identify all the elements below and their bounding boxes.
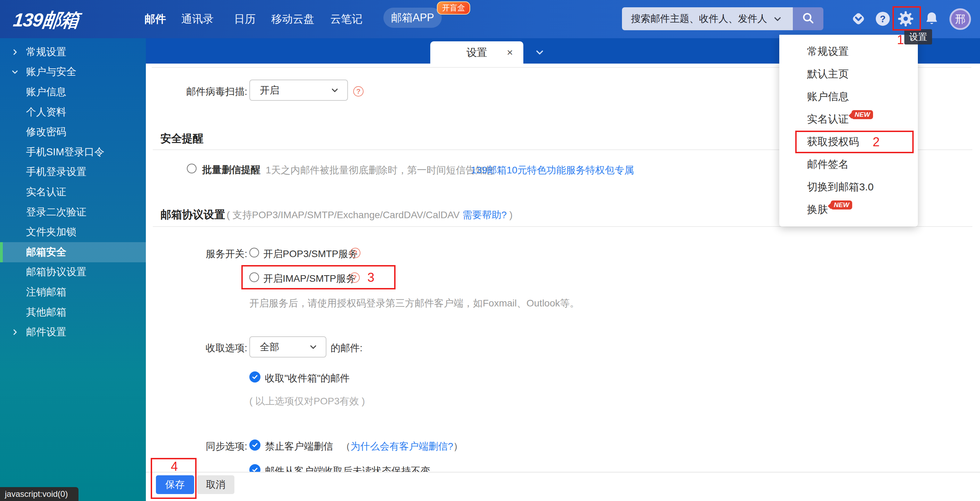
- fetch-scope-value: 全部: [260, 340, 309, 354]
- sidebar-item-two-step-verify[interactable]: 登录二次验证: [0, 202, 146, 222]
- sidebar-item-mailbox-security[interactable]: 邮箱安全: [0, 242, 146, 262]
- chevron-down-icon: [309, 342, 318, 352]
- settings-tooltip: 设置: [904, 29, 932, 45]
- protocol-subtitle-close: ): [507, 209, 512, 220]
- sidebar-item-phone-login[interactable]: 手机登录设置: [0, 162, 146, 182]
- forbid-client-delete-row: 禁止客户端删信 （为什么会有客户端删信?）: [265, 440, 463, 453]
- status-bar-link-preview: javascript:void(0): [0, 487, 78, 501]
- search-button[interactable]: [793, 7, 823, 30]
- sidebar-item-label: 手机登录设置: [26, 165, 86, 179]
- menu-item-account-info[interactable]: 账户信息: [779, 86, 918, 108]
- pop3-smtp-radio[interactable]: [249, 248, 259, 257]
- avatar[interactable]: 邢: [950, 8, 971, 30]
- menu-item-get-auth-code[interactable]: 获取授权码 2: [779, 131, 918, 153]
- sidebar-item-change-password[interactable]: 修改密码: [0, 122, 146, 142]
- auth-code-note: 开启服务后，请使用授权码登录第三方邮件客户端，如Foxmail、Outlook等…: [249, 297, 580, 310]
- nav-mail[interactable]: 邮件: [145, 0, 166, 38]
- sidebar-item-protocol-settings[interactable]: 邮箱协议设置: [0, 262, 146, 282]
- protocol-section-header: 邮箱协议设置 ( 支持POP3/IMAP/SMTP/Exchange/CardD…: [161, 207, 512, 222]
- chevron-down-icon: [11, 68, 19, 76]
- paren-open: （: [340, 441, 350, 452]
- sidebar-item-label: 实名认证: [26, 185, 66, 199]
- annotation-number-1: 1: [897, 33, 904, 47]
- sidebar-item-label: 常规设置: [26, 45, 66, 59]
- menu-item-label: 账户信息: [807, 89, 849, 104]
- menu-item-label: 换肤: [807, 203, 828, 217]
- sidebar-item-close-account[interactable]: 注销邮箱: [0, 282, 146, 302]
- sidebar-item-account-info[interactable]: 账户信息: [0, 82, 146, 102]
- sidebar-item-account-security[interactable]: 账户与安全: [0, 62, 146, 82]
- search-input[interactable]: 搜索邮件主题、收件人、发件人: [622, 7, 793, 30]
- privilege-pack-link[interactable]: 139邮箱10元特色功能服务特权包专属: [471, 164, 634, 177]
- sidebar-item-label: 账户与安全: [26, 65, 76, 79]
- nav-cloud-notes[interactable]: 云笔记: [330, 0, 363, 38]
- menu-item-default-homepage[interactable]: 默认主页: [779, 63, 918, 86]
- settings-dropdown-menu: 常规设置 默认主页 账户信息 实名认证 NEW 获取授权码 2 邮件签名 切换到…: [779, 35, 918, 227]
- security-section-title: 安全提醒: [161, 131, 204, 146]
- sidebar-item-other-mailboxes[interactable]: 其他邮箱: [0, 302, 146, 322]
- close-icon[interactable]: ×: [507, 46, 513, 58]
- forbid-client-delete-checkbox[interactable]: [249, 439, 261, 451]
- sidebar-item-mail-settings[interactable]: 邮件设置: [0, 322, 146, 342]
- pop3-help-icon[interactable]: ?: [350, 248, 361, 258]
- fetch-scope-select[interactable]: 全部: [249, 336, 326, 357]
- sidebar-item-label: 账户信息: [26, 85, 66, 99]
- virus-scan-select[interactable]: 开启: [249, 80, 348, 101]
- menu-item-label: 常规设置: [807, 45, 849, 59]
- bulk-delete-alert-radio[interactable]: [187, 164, 197, 173]
- paren-close: ）: [453, 441, 463, 452]
- chevron-right-icon: [11, 48, 19, 56]
- annotation-number-3: 3: [368, 270, 374, 285]
- menu-item-change-skin[interactable]: 换肤 NEW: [779, 198, 918, 221]
- need-help-link[interactable]: 需要帮助?: [462, 209, 507, 220]
- fetch-options-label: 收取选项:: [146, 341, 247, 355]
- sidebar-item-folder-lock[interactable]: 文件夹加锁: [0, 222, 146, 242]
- pop3-smtp-label: 开启POP3/SMTP服务: [263, 247, 358, 260]
- forbid-client-delete-label: 禁止客户端删信: [265, 441, 333, 452]
- footer-bar: [146, 472, 980, 501]
- menu-item-mail-signature[interactable]: 邮件签名: [779, 153, 918, 176]
- fetch-inbox-checkbox[interactable]: [249, 372, 261, 383]
- nav-cloud-drive[interactable]: 移动云盘: [271, 0, 314, 38]
- fetch-inbox-label: 收取"收件箱"的邮件: [265, 372, 350, 385]
- help-icon[interactable]: ?: [874, 10, 891, 27]
- app-window: 139邮箱 邮件 通讯录 日历 移动云盘 云笔记 邮箱APP 开盲盒 搜索邮件主…: [0, 0, 980, 501]
- sidebar-item-general-settings[interactable]: 常规设置: [0, 42, 146, 62]
- service-switch-label: 服务开关:: [146, 247, 247, 260]
- menu-item-label: 切换到邮箱3.0: [807, 180, 874, 194]
- why-client-delete-link[interactable]: 为什么会有客户端删信?: [350, 441, 453, 452]
- search-scope-chevron-icon[interactable]: [772, 14, 783, 26]
- nav-calendar[interactable]: 日历: [234, 0, 256, 38]
- bulk-delete-alert-label: 批量删信提醒: [202, 163, 261, 177]
- bulk-delete-alert-desc: 1天之内邮件被批量彻底删除时，第一时间短信告知您！: [266, 164, 504, 177]
- mail-app-button[interactable]: 邮箱APP: [383, 8, 442, 28]
- sidebar-item-label: 邮箱协议设置: [26, 265, 86, 279]
- menu-item-switch-mail3[interactable]: 切换到邮箱3.0: [779, 176, 918, 198]
- settings-sidebar: 常规设置 账户与安全 账户信息 个人资料 修改密码 手机SIM登录口令 手机登录…: [0, 38, 146, 501]
- virus-scan-value: 开启: [260, 84, 330, 97]
- sidebar-item-label: 其他邮箱: [26, 305, 66, 319]
- vip-gem-icon[interactable]: [850, 10, 867, 27]
- sidebar-item-real-name-auth[interactable]: 实名认证: [0, 182, 146, 202]
- tab-settings[interactable]: 设置 ×: [430, 41, 523, 64]
- menu-item-real-name-auth[interactable]: 实名认证 NEW: [779, 108, 918, 131]
- nav-contacts[interactable]: 通讯录: [181, 0, 213, 38]
- pop3-only-note: ( 以上选项仅对POP3有效 ): [249, 395, 365, 408]
- sidebar-item-profile[interactable]: 个人资料: [0, 102, 146, 122]
- search-icon: [801, 11, 815, 26]
- sidebar-item-label: 登录二次验证: [26, 205, 86, 219]
- check-icon: [251, 441, 259, 449]
- annotation-number-2: 2: [873, 135, 880, 149]
- tab-label: 设置: [466, 46, 487, 60]
- tab-list-chevron-icon[interactable]: [534, 47, 545, 59]
- sidebar-item-label: 文件夹加锁: [26, 225, 76, 239]
- protocol-subtitle: ( 支持POP3/IMAP/SMTP/Exchange/CardDAV/CalD…: [226, 209, 462, 220]
- logo-139mail[interactable]: 139邮箱: [12, 8, 80, 33]
- cancel-button[interactable]: 取消: [197, 475, 234, 494]
- chevron-down-icon: [330, 86, 340, 95]
- notification-bell-icon[interactable]: [923, 10, 940, 27]
- blind-box-badge[interactable]: 开盲盒: [437, 2, 470, 14]
- top-header: 139邮箱 邮件 通讯录 日历 移动云盘 云笔记 邮箱APP 开盲盒 搜索邮件主…: [0, 0, 980, 38]
- sidebar-item-sim-login-code[interactable]: 手机SIM登录口令: [0, 142, 146, 162]
- virus-scan-help-icon[interactable]: ?: [353, 86, 364, 97]
